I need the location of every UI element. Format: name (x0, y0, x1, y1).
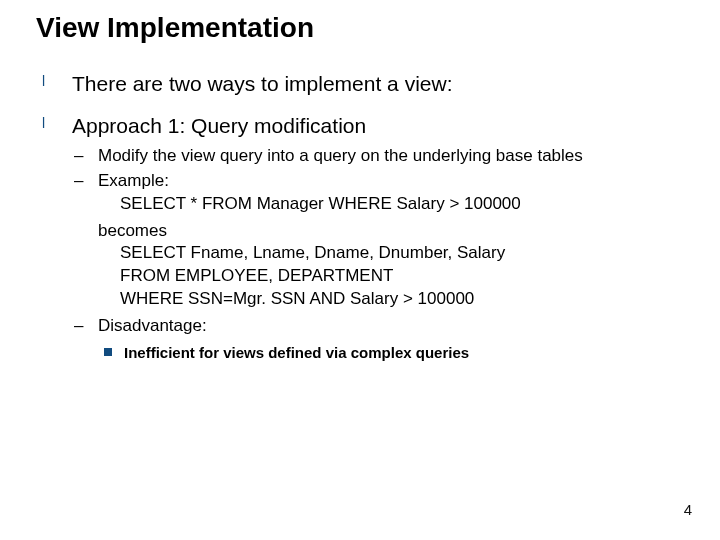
subsub-bullet-text: Inefficient for views defined via comple… (124, 344, 469, 361)
page-number: 4 (684, 501, 692, 518)
sub-bullet-item: Disadvantage: Inefficient for views defi… (72, 315, 684, 363)
sub-bullet-item: Modify the view query into a query on th… (72, 145, 684, 168)
bullet-list-level1: There are two ways to implement a view: … (36, 70, 684, 363)
bullet-item: There are two ways to implement a view: (36, 70, 684, 98)
slide-title: View Implementation (36, 12, 684, 44)
slide-container: View Implementation There are two ways t… (0, 0, 720, 540)
code-line: SELECT * FROM Manager WHERE Salary > 100… (98, 193, 684, 216)
bullet-text: There are two ways to implement a view: (72, 72, 452, 95)
sub-bullet-text: becomes (98, 221, 167, 240)
bullet-list-level2: Disadvantage: Inefficient for views defi… (72, 315, 684, 363)
sub-bullet-item: Example: SELECT * FROM Manager WHERE Sal… (72, 170, 684, 216)
bullet-item: Approach 1: Query modification Modify th… (36, 112, 684, 363)
subsub-bullet-item: Inefficient for views defined via comple… (98, 342, 684, 363)
code-line: WHERE SSN=Mgr. SSN AND Salary > 100000 (98, 288, 684, 311)
code-line: SELECT Fname, Lname, Dname, Dnumber, Sal… (98, 242, 684, 265)
sub-bullet-text: Modify the view query into a query on th… (98, 146, 583, 165)
bullet-list-level2: Modify the view query into a query on th… (72, 145, 684, 216)
code-line: FROM EMPLOYEE, DEPARTMENT (98, 265, 684, 288)
bullet-list-level2-continued: becomes SELECT Fname, Lname, Dname, Dnum… (72, 220, 684, 312)
sub-bullet-text: Disadvantage: (98, 316, 207, 335)
sub-bullet-item: becomes SELECT Fname, Lname, Dname, Dnum… (72, 220, 684, 312)
bullet-list-level3: Inefficient for views defined via comple… (98, 342, 684, 363)
sub-bullet-text: Example: (98, 171, 169, 190)
bullet-text: Approach 1: Query modification (72, 114, 366, 137)
